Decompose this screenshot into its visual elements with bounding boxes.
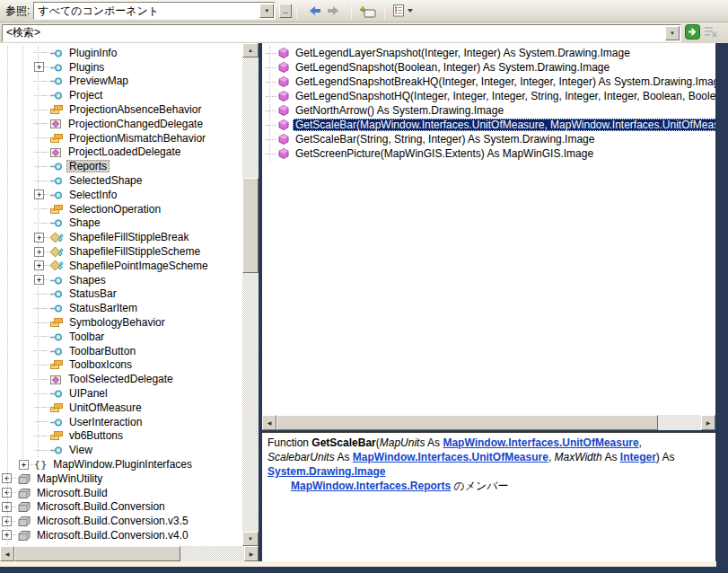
member-row[interactable]: GetLegendLayerSnapshot(Integer, Integer)… [262,46,715,60]
tree-item[interactable]: Toolbar [0,330,242,344]
tree-item[interactable]: +Microsoft.Build.Conversion.v3.5 [0,514,242,528]
search-options-button[interactable] [704,25,718,41]
expand-plus-icon[interactable]: + [34,190,44,199]
tree-item[interactable]: +Microsoft.Build.Conversion [0,500,242,515]
tree-item[interactable]: +MapWinUtility [0,472,242,486]
tree-item[interactable]: +ShapefileFillStippleScheme [0,244,242,259]
member-row[interactable]: GetNorthArrow() As System.Drawing.Image [262,103,715,118]
search-combobox[interactable]: ▼ [2,24,681,42]
scroll-left-icon[interactable]: ◀ [0,546,14,561]
tree-item[interactable]: Shape [0,216,242,231]
member-row[interactable]: GetLegendSnapshot(Boolean, Integer) As S… [262,60,715,75]
tree-vertical-scrollbar[interactable]: ▲ ▼ [242,43,259,546]
interface-icon [49,48,64,58]
member-row[interactable]: GetScaleBar(String, String, Integer) As … [262,132,715,146]
scrollbar-thumb[interactable] [242,178,259,273]
type-link[interactable]: MapWindow.Interfaces.UnitOfMeasure [353,451,548,463]
tree-guide-stub [44,450,48,451]
scroll-left-icon[interactable]: ◀ [262,415,276,430]
tree-guide-stub [34,421,44,422]
expand-plus-icon[interactable]: + [19,460,29,470]
tree-item[interactable]: StatusBar [0,287,242,302]
scrollbar-thumb[interactable] [14,546,180,561]
tree-item[interactable]: View [0,443,242,457]
tree-guide-stub [34,407,44,408]
tree-item[interactable]: +ShapefileFillStippleBreak [0,230,242,244]
tree-item[interactable]: +ShapefilePointImageScheme [0,259,242,273]
tree-item-label: UserInteraction [66,416,145,428]
add-to-references-button[interactable]: + [356,1,380,21]
tree-item[interactable]: +SelectInfo [0,188,242,202]
tree-item[interactable]: +Shapes [0,273,242,287]
tree-guide-stub [44,137,48,138]
type-link[interactable]: Integer [620,451,656,463]
tree-item[interactable]: +Plugins [0,60,242,75]
tree-guide-stub [44,379,48,380]
tree-item[interactable]: SelectedShape [0,173,242,188]
tree-item[interactable]: Reports [0,159,242,173]
scrollbar-track[interactable] [658,415,701,430]
expand-plus-icon[interactable]: + [34,260,44,270]
tree-item[interactable]: StatusBarItem [0,301,242,315]
tree-guide-stub [266,139,276,140]
tree-item[interactable]: PluginInfo [0,46,242,60]
tree-item[interactable]: vb6Buttons [0,429,242,444]
tree-guide-stub [266,53,276,54]
type-link[interactable]: System.Drawing.Image [268,465,385,478]
tree-item[interactable]: UIPanel [0,386,242,401]
tree-item[interactable]: +{}MapWindow.PluginInterfaces [0,457,242,472]
expand-plus-icon[interactable]: + [34,62,44,72]
tree-item[interactable]: ToolbarButton [0,344,242,358]
tree-item[interactable]: ProjectLoadedDelegate [0,145,242,160]
interface-icon [49,445,64,455]
expand-plus-icon[interactable]: + [34,247,44,257]
scroll-down-icon[interactable]: ▼ [242,532,259,546]
expand-plus-icon[interactable]: + [34,275,44,285]
scrollbar-thumb[interactable] [276,415,658,430]
combo-dropdown-icon[interactable]: ▼ [259,4,274,18]
member-row[interactable]: GetLegendSnapshotBreakHQ(Integer, Intege… [262,75,715,89]
tree-item[interactable]: ToolSelectedDelegate [0,372,242,386]
member-row[interactable]: GetLegendSnapshotHQ(Integer, Integer, In… [262,89,715,103]
tree-guide-stub [34,95,44,96]
tree-guide-stub [34,110,44,110]
interface-icon [49,331,64,342]
tree-item[interactable]: Project [0,88,242,102]
delegate-icon [49,374,63,385]
scroll-right-icon[interactable]: ▶ [701,415,715,430]
member-row[interactable]: GetScreenPicture(MapWinGIS.Extents) As M… [262,146,715,161]
custom-component-set-button[interactable]: .. [279,4,292,18]
tree-item[interactable]: ProjectionAbsenceBehavior [0,102,242,117]
type-link[interactable]: MapWindow.Interfaces.Reports [291,480,451,492]
tree-horizontal-scrollbar[interactable]: ◀ ▶ [0,546,259,561]
assembly-icon [17,488,31,498]
tree-item[interactable]: SymbologyBehavior [0,315,242,330]
tree-item[interactable]: SelectionOperation [0,202,242,216]
tree-item[interactable]: ProjectionChangedDelegate [0,117,242,131]
combo-dropdown-icon[interactable]: ▼ [665,26,680,40]
tree-item[interactable]: UnitOfMeasure [0,401,242,415]
search-go-icon [685,24,700,40]
tree-guide-stub [44,66,48,67]
type-link[interactable]: MapWindow.Interfaces.UnitOfMeasure [443,436,638,449]
tree-guide-stub [12,478,16,479]
tree-item[interactable]: UserInteraction [0,415,242,429]
back-button[interactable] [302,1,324,21]
tree-item[interactable]: ProjectionMismatchBehavior [0,131,242,145]
search-go-button[interactable] [685,24,700,42]
scroll-right-icon[interactable]: ▶ [244,546,259,561]
scrollbar-track[interactable] [180,546,244,561]
forward-button[interactable] [324,1,346,21]
tree-item[interactable]: PreviewMap [0,75,242,89]
enum-icon [49,104,64,115]
search-input[interactable] [3,27,665,40]
members-horizontal-scrollbar[interactable]: ◀ ▶ [262,415,715,430]
member-row[interactable]: GetScaleBar(MapWindow.Interfaces.UnitOfM… [262,118,715,132]
browser-settings-button[interactable] [390,1,417,21]
tree-item[interactable]: ToolboxIcons [0,358,242,373]
expand-plus-icon[interactable]: + [34,233,44,242]
tree-item[interactable]: +Microsoft.Build.Conversion.v4.0 [0,528,242,542]
tree-item[interactable]: +Microsoft.Build [0,486,242,500]
scroll-up-icon[interactable]: ▲ [242,43,259,57]
component-scope-combobox[interactable]: すべてのコンポーネント ▼ [33,2,276,20]
